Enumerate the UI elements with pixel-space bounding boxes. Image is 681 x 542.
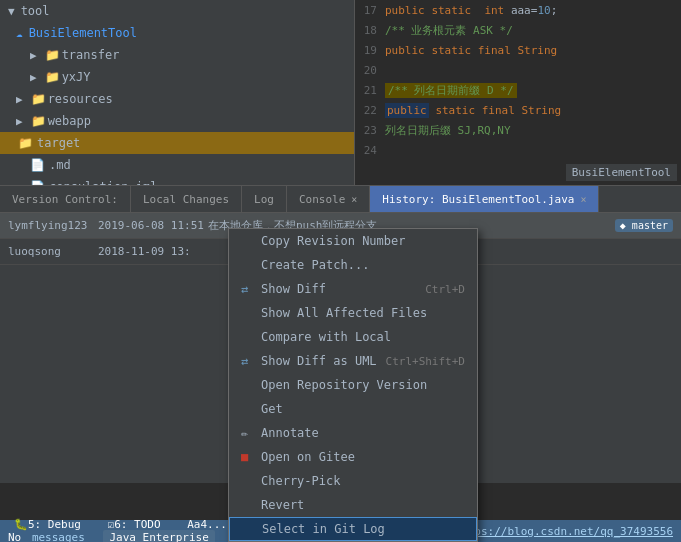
- ctx-show-diff[interactable]: ⇄ Show Diff Ctrl+D: [229, 277, 477, 301]
- ctx-show-diff-uml[interactable]: ⇄ Show Diff as UML Ctrl+Shift+D: [229, 349, 477, 373]
- folder-icon: ▶: [30, 71, 37, 84]
- arrow-icon: ▼: [8, 5, 15, 18]
- code-line-24: 24: [355, 140, 681, 160]
- debug-icon: 🐛: [14, 518, 28, 531]
- ctx-open-repo[interactable]: Open Repository Version: [229, 373, 477, 397]
- code-line-21: 21 /** 列名日期前缀 D */: [355, 80, 681, 100]
- tab-log[interactable]: Log: [242, 186, 287, 212]
- tree-label: transfer: [62, 48, 120, 62]
- ctx-create-patch[interactable]: Create Patch...: [229, 253, 477, 277]
- folder-icon: ▶: [30, 49, 37, 62]
- code-line-18: 18 /** 业务根元素 ASK */: [355, 20, 681, 40]
- messages-label: messages: [32, 531, 85, 542]
- ctx-revert[interactable]: Revert: [229, 493, 477, 517]
- code-editor: 17 public static int aaa=10; 18 /** 业务根元…: [355, 0, 681, 185]
- tree-item-icon3: 📁: [45, 70, 60, 84]
- commit-user-1: lymflying123: [8, 219, 98, 232]
- commit-date-1: 2019-06-08 11:51: [98, 219, 208, 232]
- ctx-shortcut: Ctrl+D: [425, 283, 465, 296]
- ctx-show-affected[interactable]: Show All Affected Files: [229, 301, 477, 325]
- ctx-annotate[interactable]: ✏ Annotate: [229, 421, 477, 445]
- code-line-23: 23 列名日期后缀 SJ,RQ,NY: [355, 120, 681, 140]
- tab-label: Local Changes: [143, 193, 229, 206]
- ctx-copy-revision[interactable]: Copy Revision Number: [229, 229, 477, 253]
- code-line-19: 19 public static final String: [355, 40, 681, 60]
- tree-label: resources: [48, 92, 113, 106]
- context-menu: Copy Revision Number Create Patch... ⇄ S…: [228, 228, 478, 542]
- tree-label: target: [37, 136, 80, 150]
- tab-local-changes[interactable]: Local Changes: [131, 186, 242, 212]
- ctx-label: Revert: [261, 498, 304, 512]
- uml-icon: ⇄: [241, 354, 255, 368]
- tree-label: webapp: [48, 114, 91, 128]
- ctx-select-git-log[interactable]: Select in Git Log: [229, 517, 477, 541]
- ctx-shortcut-uml: Ctrl+Shift+D: [386, 355, 465, 368]
- diff-icon: ⇄: [241, 282, 255, 296]
- ctx-label: Annotate: [261, 426, 319, 440]
- tree-item-webapp[interactable]: ▶ 📁 webapp: [0, 110, 354, 132]
- ctx-label: Copy Revision Number: [261, 234, 406, 248]
- tab-label: History: BusiElementTool.java: [382, 193, 574, 206]
- tree-item-md[interactable]: 📄 .md: [0, 154, 354, 176]
- ctx-cherry-pick[interactable]: Cherry-Pick: [229, 469, 477, 493]
- tree-item-yxjy[interactable]: ▶ 📁 yxJY: [0, 66, 354, 88]
- tree-label: tool: [21, 4, 50, 18]
- folder-icon: ▶: [16, 93, 23, 106]
- file-tree: ▼ tool ☁ BusiElementTool ▶ 📁 transfer ▶ …: [0, 0, 355, 185]
- ctx-label: Select in Git Log: [262, 522, 385, 536]
- ctx-label: Show Diff as UML: [261, 354, 377, 368]
- tree-item-transfer[interactable]: ▶ 📁 transfer: [0, 44, 354, 66]
- close-history-button[interactable]: ×: [580, 194, 586, 205]
- tree-item-icon6: 📁: [18, 136, 33, 150]
- tab-console[interactable]: Console ×: [287, 186, 370, 212]
- ctx-label: Create Patch...: [261, 258, 369, 272]
- ctx-label: Compare with Local: [261, 330, 391, 344]
- status-link[interactable]: https://blog.csdn.net/qq_37493556: [454, 525, 673, 538]
- tree-label: yxJY: [62, 70, 91, 84]
- ctx-label: Get: [261, 402, 283, 416]
- code-line-22: 22 public static final String: [355, 100, 681, 120]
- commit-date-2: 2018-11-09 13:: [98, 245, 208, 258]
- tree-item-icon5: 📁: [31, 114, 46, 128]
- commit-user-2: luoqsong: [8, 245, 98, 258]
- ctx-label: Cherry-Pick: [261, 474, 340, 488]
- code-filename: BusiElementTool: [566, 164, 677, 181]
- tree-item-resources[interactable]: ▶ 📁 resources: [0, 88, 354, 110]
- tree-item-tool[interactable]: ▼ tool: [0, 0, 354, 22]
- code-line-17: 17 public static int aaa=10;: [355, 0, 681, 20]
- tab-version-control[interactable]: Version Control:: [0, 186, 131, 212]
- commit-branch-1: ◆ master: [615, 219, 673, 232]
- tree-item-icon2: 📁: [45, 48, 60, 62]
- tree-item-busi[interactable]: ☁ BusiElementTool: [0, 22, 354, 44]
- file-icon: 📄: [30, 158, 45, 172]
- ctx-open-gitee[interactable]: ■ Open on Gitee: [229, 445, 477, 469]
- tree-item-icon4: 📁: [31, 92, 46, 106]
- ctx-label: Open Repository Version: [261, 378, 427, 392]
- debug-segment[interactable]: 🐛 5: Debug: [8, 518, 87, 531]
- tab-history[interactable]: History: BusiElementTool.java ×: [370, 186, 599, 212]
- tree-item-consulation[interactable]: 📄 consulation.iml: [0, 176, 354, 185]
- ctx-label: Open on Gitee: [261, 450, 355, 464]
- ctx-label: Show All Affected Files: [261, 306, 427, 320]
- tab-label: Log: [254, 193, 274, 206]
- tab-bar: Version Control: Local Changes Log Conso…: [0, 185, 681, 213]
- ctx-label: Show Diff: [261, 282, 326, 296]
- folder-icon: ▶: [16, 115, 23, 128]
- gitee-icon: ■: [241, 450, 255, 464]
- debug-label: 5: Debug: [28, 518, 81, 531]
- annotate-icon: ✏: [241, 426, 255, 440]
- tree-label: .md: [49, 158, 71, 172]
- tab-label: Console: [299, 193, 345, 206]
- tree-label: BusiElementTool: [29, 26, 137, 40]
- cloud-icon: ☁: [16, 27, 23, 40]
- tab-label: Version Control:: [12, 193, 118, 206]
- tree-item-target[interactable]: 📁 target: [0, 132, 354, 154]
- java-enterprise-label: Java Enterprise: [103, 530, 214, 542]
- ctx-compare-local[interactable]: Compare with Local: [229, 325, 477, 349]
- ctx-get[interactable]: Get: [229, 397, 477, 421]
- close-console-button[interactable]: ×: [351, 194, 357, 205]
- code-line-20: 20: [355, 60, 681, 80]
